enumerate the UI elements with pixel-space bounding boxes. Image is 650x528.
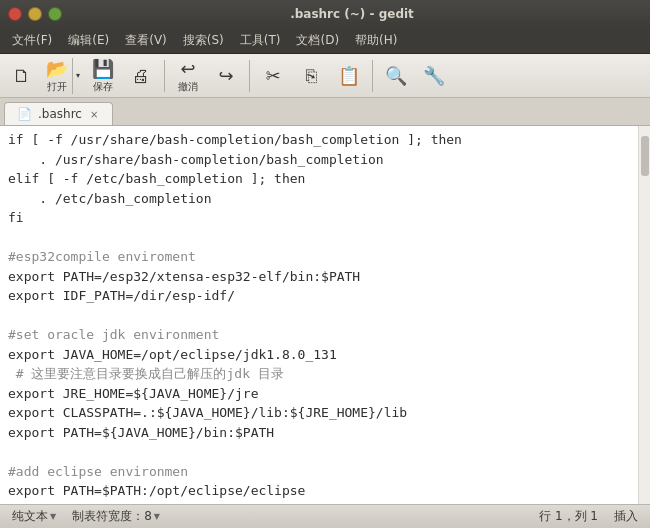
save-label: 保存 xyxy=(93,80,113,94)
undo-icon: ↩ xyxy=(180,58,195,80)
vertical-scrollbar[interactable] xyxy=(638,126,650,504)
undo-button[interactable]: ↩ 撤消 xyxy=(170,55,206,97)
menu-file[interactable]: 文件(F) xyxy=(4,30,60,51)
plugin-icon: 🔧 xyxy=(423,65,445,87)
tab-bashrc[interactable]: 📄 .bashrc × xyxy=(4,102,113,125)
menu-documents[interactable]: 文档(D) xyxy=(288,30,347,51)
menu-view[interactable]: 查看(V) xyxy=(117,30,175,51)
new-icon: 🗋 xyxy=(13,65,31,87)
toolbar-separator-2 xyxy=(249,60,250,92)
tab-file-icon: 📄 xyxy=(17,107,32,121)
encoding-selector[interactable]: 纯文本 ▼ xyxy=(12,508,56,525)
save-button[interactable]: 💾 保存 xyxy=(85,55,121,97)
tab-bar: 📄 .bashrc × xyxy=(0,98,650,126)
plugin-button[interactable]: 🔧 xyxy=(416,62,452,90)
search-icon: 🔍 xyxy=(385,65,407,87)
encoding-label: 纯文本 xyxy=(12,508,48,525)
minimize-button[interactable] xyxy=(28,7,42,21)
menu-tools[interactable]: 工具(T) xyxy=(232,30,289,51)
save-icon: 💾 xyxy=(92,58,114,80)
menu-edit[interactable]: 编辑(E) xyxy=(60,30,117,51)
cut-icon: ✂ xyxy=(265,65,280,87)
menu-search[interactable]: 搜索(S) xyxy=(175,30,232,51)
new-button[interactable]: 🗋 xyxy=(4,62,40,90)
tab-width-selector[interactable]: 制表符宽度：8 ▼ xyxy=(72,508,160,525)
window-title: .bashrc (~) - gedit xyxy=(62,7,642,21)
insert-mode: 插入 xyxy=(614,508,638,525)
tab-filename: .bashrc xyxy=(38,107,82,121)
editor-area[interactable]: if [ -f /usr/share/bash-completion/bash_… xyxy=(0,126,650,504)
redo-button[interactable]: ↪ xyxy=(208,62,244,90)
status-bar: 纯文本 ▼ 制表符宽度：8 ▼ 行 1，列 1 插入 xyxy=(0,504,650,528)
cut-button[interactable]: ✂ xyxy=(255,62,291,90)
print-button[interactable]: 🖨 xyxy=(123,62,159,90)
editor-content[interactable]: if [ -f /usr/share/bash-completion/bash_… xyxy=(0,126,638,504)
maximize-button[interactable] xyxy=(48,7,62,21)
tab-close-button[interactable]: × xyxy=(88,109,100,120)
tab-width-arrow: ▼ xyxy=(154,512,160,521)
toolbar: 🗋 📂 打开 ▾ 💾 保存 🖨 ↩ 撤消 ↪ ✂ ⎘ 📋 xyxy=(0,54,650,98)
open-label: 打开 xyxy=(47,80,67,94)
menu-bar: 文件(F) 编辑(E) 查看(V) 搜索(S) 工具(T) 文档(D) 帮助(H… xyxy=(0,28,650,54)
paste-button[interactable]: 📋 xyxy=(331,62,367,90)
close-button[interactable] xyxy=(8,7,22,21)
position-label: 行 1，列 1 xyxy=(539,508,598,525)
open-icon: 📂 xyxy=(46,58,68,80)
print-icon: 🖨 xyxy=(132,65,150,87)
paste-icon: 📋 xyxy=(338,65,360,87)
redo-icon: ↪ xyxy=(218,65,233,87)
cursor-position: 行 1，列 1 xyxy=(539,508,598,525)
tab-width-label: 制表符宽度：8 xyxy=(72,508,152,525)
encoding-arrow: ▼ xyxy=(50,512,56,521)
open-dropdown-arrow[interactable]: ▾ xyxy=(72,58,83,94)
undo-label: 撤消 xyxy=(178,80,198,94)
title-bar: .bashrc (~) - gedit xyxy=(0,0,650,28)
copy-button[interactable]: ⎘ xyxy=(293,62,329,90)
insert-mode-label: 插入 xyxy=(614,508,638,525)
window-controls[interactable] xyxy=(8,7,62,21)
toolbar-separator-3 xyxy=(372,60,373,92)
find-button[interactable]: 🔍 xyxy=(378,62,414,90)
menu-help[interactable]: 帮助(H) xyxy=(347,30,405,51)
scrollbar-thumb[interactable] xyxy=(641,136,649,176)
toolbar-separator-1 xyxy=(164,60,165,92)
open-group: 📂 打开 ▾ xyxy=(42,55,83,97)
open-button[interactable]: 📂 打开 xyxy=(42,55,72,97)
copy-icon: ⎘ xyxy=(306,65,317,87)
